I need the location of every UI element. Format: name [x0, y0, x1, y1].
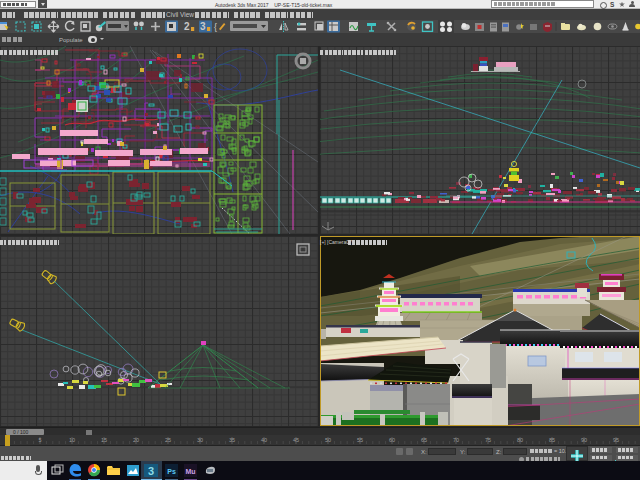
svg-text:25: 25: [165, 437, 171, 443]
svg-text:30: 30: [197, 437, 203, 443]
svg-text:3: 3: [200, 21, 206, 32]
svg-text:50: 50: [325, 437, 331, 443]
svg-text:70: 70: [453, 437, 459, 443]
svg-text:Mu: Mu: [185, 468, 195, 475]
svg-text:90: 90: [581, 437, 587, 443]
svg-text:60: 60: [389, 437, 395, 443]
svg-text:75: 75: [485, 437, 491, 443]
svg-text:15: 15: [101, 437, 107, 443]
svg-text:65: 65: [421, 437, 427, 443]
svg-text:35: 35: [229, 437, 235, 443]
svg-text:3: 3: [148, 465, 154, 477]
svg-text:5: 5: [38, 437, 41, 443]
svg-text:95: 95: [613, 437, 619, 443]
svg-text:45: 45: [293, 437, 299, 443]
svg-text:55: 55: [357, 437, 363, 443]
svg-text:85: 85: [549, 437, 555, 443]
svg-text:10: 10: [69, 437, 75, 443]
svg-text:20: 20: [133, 437, 139, 443]
svg-text:{: {: [214, 22, 217, 32]
svg-text:Ps: Ps: [167, 468, 176, 475]
svg-text:80: 80: [517, 437, 523, 443]
svg-text:2: 2: [184, 21, 190, 32]
svg-text:40: 40: [261, 437, 267, 443]
